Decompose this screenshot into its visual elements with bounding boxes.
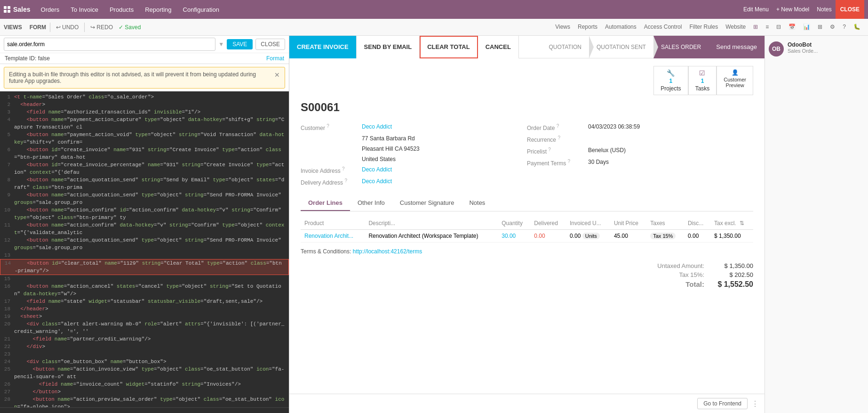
- line-number: 14: [0, 259, 15, 267]
- stat-customer-preview-btn[interactable]: 👤 Customer Preview: [717, 66, 753, 95]
- line-content: <field name="partner_credit_warning"/>: [14, 335, 289, 343]
- tab-reports[interactable]: Reports: [578, 24, 597, 30]
- customer-value[interactable]: Deco Addict: [362, 123, 392, 130]
- dropdown-arrow-icon[interactable]: ▼: [218, 41, 224, 48]
- line-number: 17: [0, 298, 14, 305]
- code-line-5: 5 <button name="payment_action_void" typ…: [0, 131, 289, 146]
- create-invoice-btn[interactable]: CREATE INVOICE: [289, 36, 357, 58]
- template-select-input[interactable]: [4, 38, 215, 51]
- undo-btn[interactable]: ↩ UNDO: [54, 24, 80, 31]
- nav-orders[interactable]: Orders: [36, 0, 64, 19]
- icon-settings[interactable]: ⚙: [830, 24, 835, 30]
- nav-configuration[interactable]: Configuration: [178, 0, 224, 19]
- code-line-28: 28 <button name="action_preview_sale_ord…: [0, 396, 289, 407]
- alert-close-btn[interactable]: ✕: [274, 71, 280, 79]
- order-date-row: Order Date ? 04/03/2023 06:38:59: [527, 121, 753, 133]
- nav-reporting[interactable]: Reporting: [140, 0, 176, 19]
- stat-tasks-btn[interactable]: ☑ 1 Tasks: [688, 66, 717, 95]
- right-outer: CREATE INVOICE SEND BY EMAIL CLEAR TOTAL…: [289, 36, 868, 413]
- code-line-19: 19 <sheet>: [0, 313, 289, 320]
- tab-access-control[interactable]: Access Control: [644, 24, 682, 30]
- icon-calendar-view[interactable]: 📅: [788, 24, 796, 30]
- pipeline-quotation-sent[interactable]: QUOTATION SENT: [589, 36, 653, 58]
- code-line-14: 14 <button id="clear_total" name="1129" …: [0, 259, 289, 275]
- product-link[interactable]: Renovation Archit...: [304, 233, 353, 239]
- icon-chart-view[interactable]: 📊: [803, 24, 810, 30]
- new-model-btn[interactable]: + New Model: [774, 6, 811, 13]
- saved-badge: ✓ Saved: [119, 24, 141, 31]
- cancel-btn[interactable]: CANCEL: [478, 36, 519, 58]
- payment-terms-row: Payment Terms ? 30 Days: [527, 157, 753, 169]
- nav-to-invoice[interactable]: To Invoice: [66, 0, 103, 19]
- line-content: [14, 275, 289, 283]
- total-value: $ 1,552.50: [716, 280, 753, 289]
- total-label: Total:: [638, 280, 704, 289]
- pipeline-quotation[interactable]: QUOTATION: [541, 36, 589, 58]
- tab-order-lines[interactable]: Order Lines: [301, 195, 350, 211]
- tab-other-info[interactable]: Other Info: [350, 195, 392, 211]
- format-link[interactable]: Format: [266, 55, 284, 62]
- icon-grid-view[interactable]: ⊞: [753, 24, 758, 30]
- code-line-22: 22 </div>: [0, 343, 289, 350]
- stat-projects-btn[interactable]: 🔧 1 Projects: [653, 66, 688, 95]
- delivery-addr-value[interactable]: Deco Addict: [362, 178, 392, 185]
- tab-automations[interactable]: Automations: [605, 24, 637, 30]
- icon-question[interactable]: ?: [843, 24, 846, 30]
- payment-terms-label: Payment Terms ?: [527, 159, 588, 167]
- code-line-27: 27 </button>: [0, 388, 289, 396]
- line-number: 26: [0, 381, 14, 388]
- code-line-21: 21 <field name="partner_credit_warning"/…: [0, 335, 289, 343]
- alert-bar: Editing a built-in file through this edi…: [4, 67, 285, 89]
- quantity-cell[interactable]: 30.00: [498, 230, 530, 243]
- brand-name: Sales: [13, 6, 31, 13]
- nav-products[interactable]: Products: [105, 0, 138, 19]
- edit-menu-btn[interactable]: Edit Menu: [741, 6, 771, 13]
- code-line-1: 1<t t-name="Sales Order" class="o_sale_o…: [0, 93, 289, 101]
- total-label: Tax 15%:: [638, 271, 704, 278]
- icon-debug[interactable]: 🐛: [853, 24, 860, 30]
- code-editor[interactable]: 1<t t-name="Sales Order" class="o_sale_o…: [0, 91, 289, 407]
- code-line-10: 10 <button name="action_confirm" id="act…: [0, 206, 289, 221]
- redo-btn[interactable]: ↪ REDO: [88, 24, 115, 31]
- addr-line-1: 77 Santa Barbara Rd: [362, 135, 415, 142]
- clear-total-btn[interactable]: CLEAR TOTAL: [420, 36, 478, 58]
- close-top-btn[interactable]: CLOSE: [836, 0, 864, 19]
- more-options-icon[interactable]: ⋮: [751, 399, 759, 408]
- tab-website[interactable]: Website: [725, 24, 746, 30]
- tab-views[interactable]: Views: [555, 24, 570, 30]
- save-editor-btn[interactable]: SAVE: [227, 39, 253, 49]
- editor-hscroll[interactable]: [0, 407, 289, 413]
- addr-line-2: Pleasant Hill CA 94523: [362, 146, 420, 152]
- tasks-label: Tasks: [695, 85, 710, 92]
- send-by-email-btn[interactable]: SEND BY EMAIL: [357, 36, 420, 58]
- pipeline-sales-order[interactable]: SALES ORDER: [653, 36, 709, 58]
- send-message-btn[interactable]: Send message: [709, 36, 764, 58]
- left-editor-panel: ▼ SAVE CLOSE Template ID: false Format E…: [0, 36, 289, 413]
- tab-customer-signature[interactable]: Customer Signature: [392, 195, 462, 211]
- invoiced-cell: 0.00 Units: [566, 230, 610, 243]
- icon-list-view[interactable]: ≡: [765, 24, 769, 30]
- line-content: <button name="payment_action_void" type=…: [14, 131, 289, 146]
- icon-kanban-view[interactable]: ⊟: [776, 24, 781, 30]
- tab-notes[interactable]: Notes: [462, 195, 493, 211]
- pricelist-value: Benelux (USD): [588, 147, 626, 154]
- code-line-26: 26 <field name="invoice_count" widget="s…: [0, 381, 289, 388]
- icon-map-view[interactable]: ⊞: [818, 24, 822, 30]
- go-frontend-btn[interactable]: Go to Frontend: [697, 398, 748, 409]
- close-editor-btn[interactable]: CLOSE: [255, 39, 285, 50]
- invoice-addr-value[interactable]: Deco Addict: [362, 166, 392, 173]
- terms-link[interactable]: http://localhost:42162/terms: [353, 248, 422, 255]
- line-number: 18: [0, 305, 14, 313]
- odoobot-name: OdooBot: [788, 41, 818, 48]
- delivered-cell[interactable]: 0.00: [530, 230, 566, 243]
- line-number: 13: [0, 251, 14, 259]
- line-content: </header>: [14, 305, 289, 313]
- line-number: 2: [0, 101, 14, 108]
- notes-btn[interactable]: Notes: [815, 6, 833, 13]
- tab-filter-rules[interactable]: Filter Rules: [689, 24, 718, 30]
- line-number: 23: [0, 350, 14, 358]
- sort-icon[interactable]: ⇅: [740, 220, 744, 227]
- description-cell: Renovation Architect (Workspace Template…: [365, 230, 498, 243]
- line-number: 20: [0, 320, 14, 328]
- line-content: <field name="invoice_count" widget="stat…: [14, 381, 289, 388]
